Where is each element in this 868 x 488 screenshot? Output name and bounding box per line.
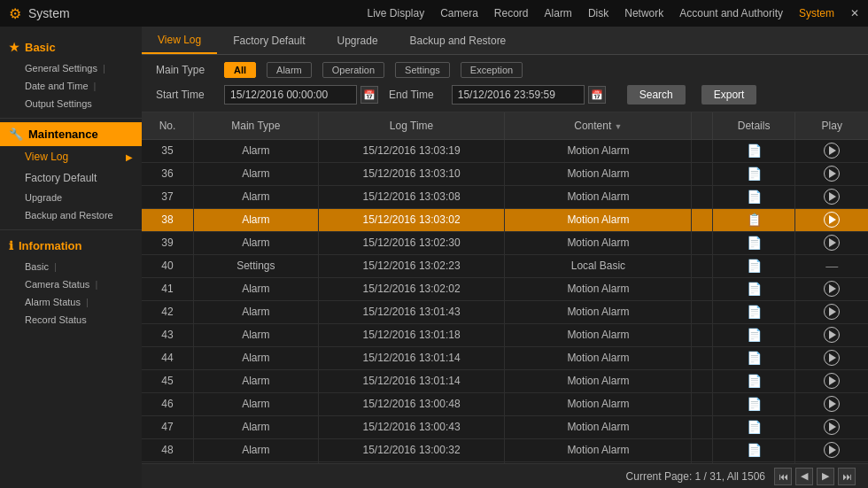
nav-account[interactable]: Account and Authority [679,7,783,19]
page-first-button[interactable]: ⏮ [774,468,792,485]
doc-icon[interactable]: 📄 [747,443,762,457]
cell-play[interactable] [795,300,868,323]
cell-play[interactable] [795,392,868,415]
sidebar-item-date-time[interactable]: Date and Time | [4,77,142,95]
table-row[interactable]: 39Alarm15/12/2016 13:02:30Motion Alarm📄 [142,231,868,254]
log-table-wrapper[interactable]: No. Main Type Log Time Content ▼ Details… [142,112,868,463]
cell-play[interactable] [795,231,868,254]
doc-icon[interactable]: 📄 [747,397,762,411]
cell-play[interactable] [795,369,868,392]
play-button[interactable] [824,419,840,435]
doc-icon[interactable]: 📄 [747,259,762,273]
play-button[interactable] [824,281,840,297]
sidebar-item-view-log[interactable]: View Log ▶ [4,146,142,167]
sidebar-item-record-status[interactable]: Record Status [4,311,142,329]
table-row[interactable]: 46Alarm15/12/2016 13:00:48Motion Alarm📄 [142,392,868,415]
tab-factory-default[interactable]: Factory Default [217,27,321,54]
play-button[interactable] [824,235,840,251]
sidebar-item-general-settings[interactable]: General Settings | [4,59,142,77]
doc-icon[interactable]: 📄 [747,351,762,365]
doc-icon[interactable]: 📄 [747,305,762,319]
play-button[interactable] [824,143,840,159]
table-row[interactable]: 45Alarm15/12/2016 13:01:14Motion Alarm📄 [142,369,868,392]
play-button[interactable] [824,189,840,205]
table-row[interactable]: 42Alarm15/12/2016 13:01:43Motion Alarm📄 [142,300,868,323]
sidebar-item-output-settings[interactable]: Output Settings [4,95,142,112]
nav-network[interactable]: Network [624,7,663,19]
type-btn-settings[interactable]: Settings [395,62,450,78]
doc-icon[interactable]: 📄 [747,143,762,158]
end-time-calendar-icon[interactable]: 📅 [588,86,606,104]
cell-details[interactable]: 📄 [712,415,795,438]
nav-live-display[interactable]: Live Display [367,7,424,19]
cell-details[interactable]: 📄 [712,369,795,392]
page-next-button[interactable]: ▶ [817,468,834,485]
export-button[interactable]: Export [701,85,757,105]
tab-view-log[interactable]: View Log [142,27,217,54]
type-btn-all[interactable]: All [224,62,256,78]
start-time-input[interactable]: 15/12/2016 00:00:00 [224,85,357,105]
sidebar-item-factory-default[interactable]: Factory Default [4,167,142,189]
sidebar-header-basic[interactable]: ★ Basic [0,35,142,59]
cell-details[interactable]: 📄 [712,323,795,346]
cell-details[interactable]: 📄 [712,254,795,277]
cell-details[interactable]: 📄 [712,139,795,162]
close-button[interactable]: ✕ [850,7,859,19]
sidebar-item-upgrade[interactable]: Upgrade [4,189,142,206]
play-button[interactable] [824,166,840,182]
cell-play[interactable] [795,162,868,185]
cell-details[interactable]: 📄 [712,300,795,323]
cell-details[interactable]: 📄 [712,438,795,461]
table-row[interactable]: 44Alarm15/12/2016 13:01:14Motion Alarm📄 [142,346,868,369]
doc-icon[interactable]: 📄 [747,328,762,342]
cell-details[interactable]: 📄 [712,277,795,300]
table-row[interactable]: 38Alarm15/12/2016 13:03:02Motion Alarm📋 [142,208,868,231]
cell-play[interactable] [795,415,868,438]
table-row[interactable]: 48Alarm15/12/2016 13:00:32Motion Alarm📄 [142,438,868,461]
sidebar-item-alarm-status[interactable]: Alarm Status | [4,293,142,311]
doc-icon[interactable]: 📄 [747,236,762,250]
play-button[interactable] [824,327,840,343]
cell-play[interactable]: — [795,254,868,277]
cell-details[interactable]: 📄 [712,231,795,254]
sidebar-header-information[interactable]: ℹ Information [0,234,142,258]
sidebar-item-camera-status[interactable]: Camera Status | [4,275,142,293]
nav-camera[interactable]: Camera [440,7,478,19]
table-row[interactable]: 41Alarm15/12/2016 13:02:02Motion Alarm📄 [142,277,868,300]
nav-record[interactable]: Record [494,7,529,19]
type-btn-exception[interactable]: Exception [461,62,523,78]
play-button[interactable] [824,442,840,458]
table-row[interactable]: 35Alarm15/12/2016 13:03:19Motion Alarm📄 [142,139,868,162]
table-row[interactable]: 47Alarm15/12/2016 13:00:43Motion Alarm📄 [142,415,868,438]
play-button[interactable] [824,396,840,412]
doc-icon[interactable]: 📄 [747,420,762,434]
doc-icon[interactable]: 📋 [747,213,762,227]
page-prev-button[interactable]: ◀ [795,468,813,485]
cell-play[interactable] [795,438,868,461]
cell-details[interactable]: 📄 [712,162,795,185]
play-button[interactable] [824,212,840,228]
doc-icon[interactable]: 📄 [747,190,762,204]
page-last-button[interactable]: ⏭ [838,468,856,485]
doc-icon[interactable]: 📄 [747,282,762,296]
doc-icon[interactable]: 📄 [747,167,762,181]
cell-details[interactable]: 📋 [712,208,795,231]
cell-play[interactable] [795,139,868,162]
sidebar-item-backup-restore[interactable]: Backup and Restore [4,206,142,224]
doc-icon[interactable]: 📄 [747,374,762,388]
type-btn-alarm[interactable]: Alarm [267,62,312,78]
cell-details[interactable]: 📄 [712,392,795,415]
play-button[interactable] [824,373,840,389]
table-row[interactable]: 37Alarm15/12/2016 13:03:08Motion Alarm📄 [142,185,868,208]
search-button[interactable]: Search [627,85,686,105]
table-row[interactable]: 36Alarm15/12/2016 13:03:10Motion Alarm📄 [142,162,868,185]
play-button[interactable] [824,350,840,366]
table-row[interactable]: 40Settings15/12/2016 13:02:23Local Basic… [142,254,868,277]
start-time-calendar-icon[interactable]: 📅 [360,86,378,104]
play-button[interactable] [824,304,840,320]
nav-alarm[interactable]: Alarm [545,7,572,19]
cell-play[interactable] [795,277,868,300]
sidebar-header-maintenance[interactable]: 🔧 Maintenance [0,122,142,146]
type-btn-operation[interactable]: Operation [322,62,384,78]
nav-system[interactable]: System [799,7,834,19]
